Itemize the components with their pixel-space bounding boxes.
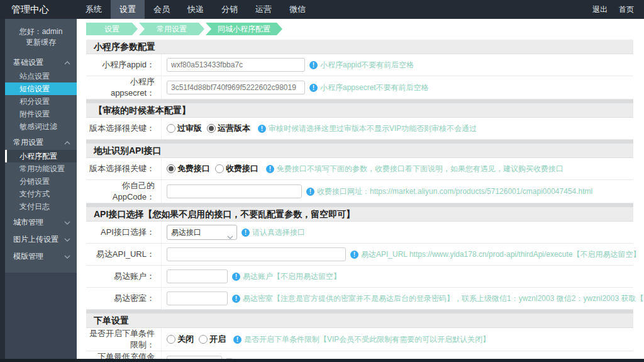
sidebar-group-3[interactable]: 城市管理 (5, 215, 77, 230)
topnav-item-6[interactable]: 运营 (247, 0, 280, 19)
row-label: 小程序appid： (86, 54, 162, 76)
chevron-down-icon (64, 238, 70, 242)
sidebar-group-label: 图片上传设置 (13, 234, 58, 245)
info-icon: ! (232, 295, 240, 303)
topnav-item-7[interactable]: 微信 (280, 0, 314, 19)
select-wrap: 易达接口 (167, 225, 237, 240)
breadcrumb-segment-2[interactable]: 常用设置 (139, 23, 204, 35)
sidebar-item-2-2[interactable]: 常用功能设置 (5, 162, 77, 175)
sidebar-item-2-4[interactable]: 支付方式 (5, 188, 77, 200)
text-input[interactable] (167, 81, 305, 94)
sidebar-item-1-2[interactable]: 短信设置 (5, 82, 77, 95)
topnav-item-2[interactable]: 设置 (111, 0, 145, 19)
form-section-3: 地址识别API接口版本选择很关键：免费接口收费接口!免费接口不填写下面的参数，收… (86, 144, 633, 207)
row-hint: !小程序appsecret不要有前后空格 (309, 82, 429, 93)
hint-text: 审核时候请选择这里过审版本不显示VIP功能否则审核不会通过 (269, 123, 477, 134)
hint-text: 小程序appsecret不要有前后空格 (320, 82, 429, 93)
row-field: 关闭开启!是否开启下单条件限制【VIP会员不受此限制有需要的可以开启默认关闭】 (162, 328, 633, 351)
section-title: 地址识别API接口 (86, 144, 633, 158)
form-sections: 小程序参数配置小程序appid：!小程序appid不要有前后空格小程序appse… (86, 40, 633, 362)
text-input[interactable] (167, 184, 302, 198)
row-label: 易达账户： (86, 266, 162, 287)
topnav-item-1[interactable]: 系统 (77, 0, 111, 19)
section-title: 小程序参数配置 (86, 40, 633, 54)
sidebar-group-1[interactable]: 基础设置 (5, 55, 77, 70)
sidebar-group-label: 模版管理 (13, 251, 43, 262)
form-section-2: 【审核的时候基本配置】版本选择很关键：过审版运营版本!审核时候请选择这里过审版本… (86, 103, 633, 144)
hint-text: 免费接口不填写下面的参数，收费接口看下面说明，如果您有遇见，建议购买收费接口 (277, 164, 564, 174)
app-title: 管理中心 (0, 0, 77, 19)
topnav-item-5[interactable]: 分销 (213, 0, 247, 19)
info-icon: ! (309, 84, 318, 92)
sidebar-group-5[interactable]: 模版管理 (5, 249, 77, 264)
sidebar-group-label: 基础设置 (13, 57, 43, 68)
row-label: 版本选择很关键： (86, 158, 162, 179)
row-field: !小程序appsecret不要有前后空格 (162, 76, 633, 99)
form-section-4: API接口选择【您如果不启用的接口，不要乱配置参数，留空即可】API接口选择：易… (86, 207, 633, 314)
text-input[interactable] (167, 247, 346, 261)
api-select[interactable]: 易达接口 (167, 225, 237, 240)
row-hint: !易达账户【不启用易达留空】 (232, 271, 341, 282)
hint-text: 易达账户【不启用易达留空】 (243, 271, 341, 282)
bottom-strip (0, 359, 644, 362)
radio-option-label: 运营版本 (218, 123, 250, 134)
chevron-up-icon (64, 141, 70, 145)
radio-option-1[interactable] (167, 335, 175, 344)
topnav-item-3[interactable]: 会员 (145, 0, 179, 19)
user-block: 您好：admin 更新缓存 (5, 24, 77, 53)
info-icon: ! (266, 165, 274, 173)
sidebar-item-1-1[interactable]: 站点设置 (5, 70, 77, 82)
form-row: 易达账户：!易达账户【不启用易达留空】 (86, 266, 633, 288)
info-icon: ! (232, 273, 240, 281)
row-hint: !收费接口网址：https://market.aliyun.com/produc… (306, 186, 592, 197)
row-hint: !请认真选择接口 (242, 227, 305, 238)
radio-option-2[interactable] (215, 164, 224, 173)
sidebar-item-2-3[interactable]: 分销设置 (5, 175, 77, 188)
sidebar-item-1-5[interactable]: 敏感词过滤 (5, 120, 77, 133)
sidebar-item-1-3[interactable]: 积分设置 (5, 95, 77, 108)
hint-text: 请认真选择接口 (252, 227, 305, 238)
info-icon: ! (233, 336, 242, 344)
row-field: 易达接口!请认真选择接口 (162, 222, 633, 243)
sidebar-panel: 您好：admin 更新缓存 基础设置站点设置短信设置积分设置附件设置敏感词过滤常… (5, 19, 77, 273)
radio-option-1[interactable] (167, 124, 175, 133)
row-field: 免费接口收费接口!免费接口不填写下面的参数，收费接口看下面说明，如果您有遇见，建… (162, 158, 633, 179)
chevron-down-icon (64, 255, 70, 259)
sidebar-item-1-4[interactable]: 附件设置 (5, 108, 77, 120)
radio-option-label: 开启 (209, 334, 226, 345)
row-label: 小程序appsecret： (86, 76, 162, 99)
text-input[interactable] (167, 58, 305, 72)
top-bar-links: 退出首页 (592, 0, 644, 19)
form-row: 易达API_URL：!易达API_URL https://www.yida178… (86, 244, 633, 266)
text-input[interactable] (167, 269, 228, 283)
info-icon: ! (309, 61, 318, 69)
top-bar: 管理中心 系统设置会员快递分销运营微信 退出首页 (0, 0, 644, 19)
radio-option-2[interactable] (207, 124, 216, 133)
radio-option-1[interactable] (167, 164, 175, 173)
radio-option-2[interactable] (199, 335, 208, 344)
breadcrumb-segment-3[interactable]: 同城小程序配置 (206, 23, 282, 35)
info-icon: ! (306, 188, 314, 196)
refresh-cache-link[interactable]: 更新缓存 (5, 37, 77, 48)
sidebar-edge (0, 19, 5, 362)
form-section-5: 下单设置是否开启下单条件限制：关闭开启!是否开启下单条件限制【VIP会员不受此限… (86, 314, 633, 362)
topbar-link-1[interactable]: 退出 (592, 0, 608, 19)
sidebar-item-2-1[interactable]: 小程序配置 (5, 150, 77, 162)
text-input[interactable] (167, 291, 228, 305)
sidebar-group-label: 城市管理 (13, 217, 43, 228)
radio-option-label: 过审版 (177, 123, 202, 134)
sidebar-group-4[interactable]: 图片上传设置 (5, 232, 77, 247)
hint-text: 是否开启下单条件限制【VIP会员不受此限制有需要的可以开启默认关闭】 (244, 334, 490, 345)
sidebar-item-2-5[interactable]: 支付日志 (5, 200, 77, 213)
chevron-up-icon (64, 61, 70, 65)
radio-option-label: 收费接口 (226, 163, 258, 174)
main-layout: 您好：admin 更新缓存 基础设置站点设置短信设置积分设置附件设置敏感词过滤常… (0, 19, 644, 362)
sidebar-group-2[interactable]: 常用设置 (5, 135, 77, 150)
row-hint: !审核时候请选择这里过审版本不显示VIP功能否则审核不会通过 (258, 123, 477, 134)
user-greeting: 您好：admin (5, 26, 77, 37)
topbar-link-2[interactable]: 首页 (619, 0, 634, 19)
top-nav: 系统设置会员快递分销运营微信 (77, 0, 314, 19)
breadcrumb-segment-1[interactable]: 设置 (86, 23, 138, 35)
topnav-item-4[interactable]: 快递 (179, 0, 213, 19)
row-hint: !易达密室【注意是官方提供的密室并不是易达后台的登录密码】，联系上级微信1：yw… (232, 293, 644, 304)
